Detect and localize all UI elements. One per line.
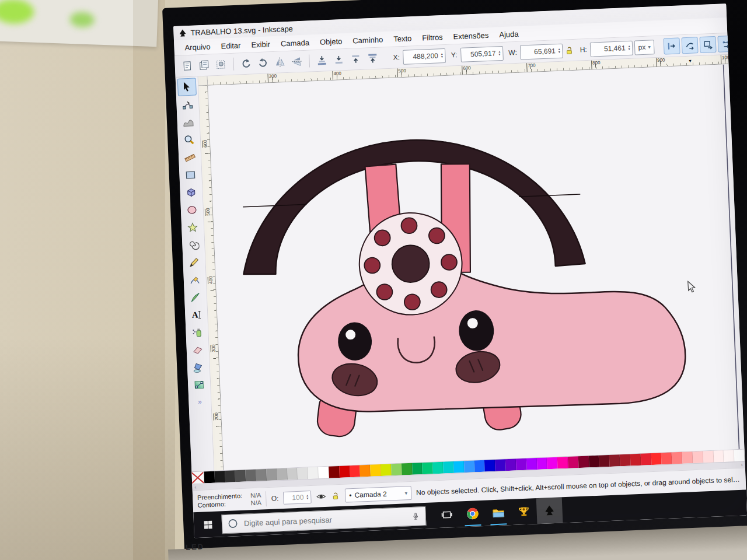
color-swatch[interactable] [630, 454, 641, 466]
color-swatch[interactable] [661, 453, 672, 465]
palette-scroll-right-icon[interactable]: › [741, 462, 742, 468]
game-trophy-taskbar-icon[interactable] [511, 498, 537, 525]
x-spinner[interactable]: ▲▼ [441, 52, 444, 58]
ellipse-tool[interactable] [183, 201, 201, 218]
color-swatch[interactable] [412, 463, 423, 475]
menu-ajuda[interactable]: Ajuda [494, 27, 523, 41]
color-swatch[interactable] [225, 470, 236, 482]
color-swatch[interactable] [391, 464, 402, 476]
h-field[interactable]: 51,461▲▼ [590, 40, 633, 57]
selector-tool[interactable] [177, 78, 197, 96]
box3d-tool[interactable] [182, 184, 200, 201]
x-field[interactable]: 488,200▲▼ [403, 48, 446, 64]
color-swatch[interactable] [536, 457, 547, 470]
taskbar-search-box[interactable] [221, 506, 426, 533]
w-field[interactable]: 65,691▲▼ [520, 43, 563, 60]
color-swatch[interactable] [526, 458, 537, 470]
color-swatch[interactable] [651, 453, 662, 465]
deselect-button[interactable] [213, 57, 229, 72]
color-swatch[interactable] [620, 454, 631, 467]
inkscape-taskbar-icon[interactable] [536, 497, 563, 524]
color-swatch[interactable] [256, 469, 267, 481]
color-swatch[interactable] [547, 457, 558, 470]
palette-scroll-left-icon[interactable]: ‹ [194, 484, 196, 490]
color-swatch[interactable] [360, 465, 371, 477]
menu-extensões[interactable]: Extensões [448, 29, 493, 43]
lock-ratio-icon[interactable] [564, 43, 575, 58]
spiral-tool[interactable] [184, 236, 203, 253]
menu-objeto[interactable]: Objeto [315, 34, 347, 48]
color-swatch[interactable] [578, 456, 589, 468]
none-color-swatch[interactable] [191, 471, 204, 484]
select-all-button[interactable] [179, 58, 195, 74]
canvas[interactable] [208, 64, 744, 470]
layer-lock-icon[interactable] [331, 491, 341, 501]
color-swatch[interactable] [381, 464, 392, 476]
color-swatch[interactable] [734, 449, 745, 461]
color-swatch[interactable] [703, 451, 714, 463]
layer-visibility-icon[interactable] [316, 491, 327, 502]
unit-dropdown[interactable]: px▾ [634, 40, 654, 55]
color-swatch[interactable] [505, 459, 516, 471]
y-field[interactable]: 505,917▲▼ [460, 46, 504, 62]
layer-selector[interactable]: • Camada 2 ▾ [345, 485, 412, 502]
color-swatch[interactable] [422, 462, 433, 474]
pencil-tool[interactable] [185, 254, 203, 271]
star-tool[interactable] [184, 219, 202, 236]
color-swatch[interactable] [464, 460, 475, 473]
opacity-field[interactable]: 100▲▼ [283, 490, 312, 504]
color-swatch[interactable] [474, 460, 485, 473]
spray-tool[interactable] [188, 324, 206, 341]
flip-horizontal-button[interactable] [272, 54, 288, 70]
color-swatch[interactable] [287, 468, 298, 480]
color-swatch[interactable] [641, 453, 652, 466]
color-swatch[interactable] [329, 466, 340, 478]
bucket-tool[interactable] [189, 359, 207, 376]
microphone-icon[interactable] [411, 512, 420, 521]
color-swatch[interactable] [277, 468, 288, 481]
color-swatch[interactable] [402, 463, 413, 475]
eraser-tool[interactable] [189, 341, 207, 358]
lower-button[interactable] [331, 52, 347, 68]
color-swatch[interactable] [443, 461, 454, 474]
search-input[interactable] [243, 512, 407, 528]
menu-editar[interactable]: Editar [216, 38, 246, 52]
color-swatch[interactable] [235, 470, 246, 482]
color-swatch[interactable] [588, 456, 599, 468]
color-swatch[interactable] [609, 454, 620, 467]
ruler-corner[interactable] [198, 76, 208, 86]
node-tool[interactable] [179, 97, 197, 114]
rotate-ccw-button[interactable] [238, 55, 254, 71]
menu-arquivo[interactable]: Arquivo [180, 40, 215, 54]
measure-tool[interactable] [181, 149, 199, 166]
color-swatch[interactable] [432, 462, 444, 474]
color-swatch[interactable] [713, 450, 724, 463]
toolbox-overflow-chevron[interactable]: » [198, 398, 202, 406]
color-swatch[interactable] [495, 459, 506, 471]
menu-texto[interactable]: Texto [389, 32, 417, 45]
color-swatch[interactable] [298, 467, 309, 480]
gradient-tool[interactable] [190, 376, 208, 393]
transform-corners-toggle[interactable] [699, 36, 716, 53]
color-swatch[interactable] [370, 464, 381, 477]
color-swatch[interactable] [599, 455, 610, 467]
rotate-cw-button[interactable] [255, 55, 271, 71]
start-button[interactable] [193, 511, 222, 538]
color-swatch[interactable] [214, 471, 225, 483]
color-swatch[interactable] [308, 467, 319, 479]
style-indicator[interactable]: Preenchimento: N/A Contorno: N/A [197, 492, 261, 509]
select-all-layers-button[interactable] [196, 57, 212, 73]
color-swatch[interactable] [724, 450, 735, 462]
rectangle-tool[interactable] [181, 166, 200, 183]
raise-to-top-button[interactable] [365, 51, 381, 66]
menu-filtros[interactable]: Filtros [417, 30, 448, 44]
color-swatch[interactable] [568, 456, 579, 468]
flip-vertical-button[interactable] [289, 54, 305, 69]
chrome-taskbar-icon[interactable] [459, 501, 486, 527]
color-swatch[interactable] [266, 468, 277, 481]
h-spinner[interactable]: ▲▼ [628, 45, 631, 51]
tweak-tool[interactable] [179, 114, 197, 131]
bezier-tool[interactable] [186, 271, 204, 288]
y-spinner[interactable]: ▲▼ [498, 50, 501, 56]
color-swatch[interactable] [318, 467, 329, 479]
